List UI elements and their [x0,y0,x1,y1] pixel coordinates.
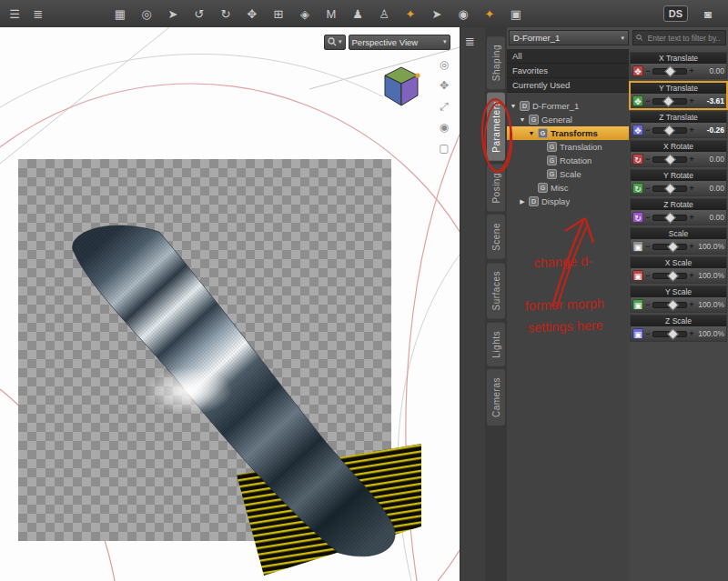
nudge-up-button[interactable]: + [689,66,694,75]
nudge-up-button[interactable]: + [689,271,694,280]
nudge-down-button[interactable]: − [645,96,651,105]
node-pointer-icon[interactable]: ➤ [426,4,448,24]
key-edit-icon[interactable]: ✦ [479,4,500,24]
joint-editor-icon[interactable]: ✦ [399,4,421,24]
tree-item-display[interactable]: ▶DDisplay [507,195,629,208]
figure-pose-icon[interactable]: ♟ [347,4,369,24]
tree-item-rotation[interactable]: GRotation [507,154,629,167]
quick-filter-currently-used[interactable]: Currently Used [507,78,629,93]
nudge-down-button[interactable]: − [645,271,651,280]
filter-input[interactable] [646,33,723,44]
tree-item-scale[interactable]: GScale [507,167,629,181]
slider-handle[interactable] [667,270,679,282]
nudge-down-button[interactable]: − [645,66,651,75]
view-selector-dropdown[interactable]: Perspective View ▾ [349,35,450,50]
nudge-up-button[interactable]: + [689,184,694,193]
tree-item-misc[interactable]: GMisc [507,181,629,195]
slider-track[interactable] [652,185,687,192]
tree-expander-icon[interactable]: ▼ [510,103,517,109]
param-label: Y Scale [631,286,726,297]
target-frame-icon[interactable]: ◉ [452,4,474,24]
slider-track[interactable] [652,68,687,75]
orbit-view-icon[interactable]: ◎ [437,58,451,71]
nudge-up-button[interactable]: + [689,300,694,309]
nudge-down-button[interactable]: − [645,125,651,135]
nudge-up-button[interactable]: + [689,213,694,222]
node-selector-dropdown[interactable]: D-Former_1 ▾ [509,30,629,45]
tab-shaping[interactable]: Shaping [487,36,505,89]
tab-cameras[interactable]: Cameras [487,369,505,426]
tree-item-transforms[interactable]: ▼GTransforms [507,126,629,140]
slider-handle[interactable] [664,154,676,165]
nudge-up-button[interactable]: + [689,242,694,251]
slider-handle[interactable] [664,65,676,77]
cube-corner-handle[interactable] [415,73,420,77]
scene-grid-icon[interactable]: ▦ [109,4,131,24]
tree-expander-icon[interactable]: ▼ [519,116,526,123]
nudge-down-button[interactable]: − [645,213,651,222]
rotate-cw-tool-icon[interactable]: ↻ [215,4,237,24]
option-list-icon[interactable]: ≣ [27,4,49,24]
dformer-mesh-render[interactable] [0,27,460,581]
render-camera-icon[interactable]: ◙ [697,4,719,24]
slider-track[interactable] [652,215,687,221]
tab-surfaces[interactable]: Surfaces [487,263,505,318]
slider-track[interactable] [652,273,687,279]
quick-filter-all[interactable]: All [507,49,629,64]
universal-manipulator-icon[interactable]: ✥ [241,4,263,24]
daz-studio-logo[interactable]: DS [663,5,688,22]
nudge-up-button[interactable]: + [689,329,694,338]
quick-filter-favorites[interactable]: Favorites [507,64,629,78]
viewport-3d[interactable]: ▾ Perspective View ▾ ◎✥⤢◉▢ [0,27,460,581]
tree-expander-icon[interactable]: ▶ [519,198,526,205]
pointer-tool-icon[interactable]: ➤ [162,4,184,24]
main-menu-icon[interactable]: ☰ [4,4,25,24]
translate-tool-icon[interactable]: ⊞ [268,4,289,24]
slider-track[interactable] [652,331,687,337]
slider-handle[interactable] [667,241,679,253]
slider-track[interactable] [652,244,687,250]
slider-handle[interactable] [664,212,676,224]
slider-track[interactable] [652,98,687,105]
nudge-down-button[interactable]: − [645,242,651,251]
slider-handle[interactable] [667,328,679,340]
tree-expander-icon[interactable]: ▼ [528,130,535,136]
view-cube[interactable] [380,62,422,107]
slider-track[interactable] [652,302,687,308]
nudge-down-button[interactable]: − [645,155,651,164]
param-value: 100.0% [696,271,724,280]
node-select-icon[interactable]: ◎ [136,4,157,24]
tree-item-translation[interactable]: GTranslation [507,140,629,154]
frame-view-icon[interactable]: ◉ [437,121,451,134]
reset-view-icon[interactable]: ▢ [437,142,451,155]
slider-handle[interactable] [663,125,675,136]
nudge-down-button[interactable]: − [645,300,651,309]
dolly-view-icon[interactable]: ⤢ [437,100,451,113]
figure-tool-icon[interactable]: ♙ [373,4,395,24]
render-settings-icon[interactable]: ▣ [505,4,527,24]
morph-tool-icon[interactable]: M [320,4,342,24]
tab-lights[interactable]: Lights [487,323,505,366]
slider-track[interactable] [652,156,687,163]
nudge-up-button[interactable]: + [689,155,694,164]
tab-parameters[interactable]: Parameters [487,93,505,161]
pan-view-icon[interactable]: ✥ [437,79,451,92]
tab-scene[interactable]: Scene [487,215,505,259]
tree-item-label: Scale [560,169,581,179]
nudge-up-button[interactable]: + [689,125,694,135]
nudge-down-button[interactable]: − [645,329,651,338]
slider-handle[interactable] [662,95,674,107]
nudge-up-button[interactable]: + [689,96,694,105]
rotate-ccw-tool-icon[interactable]: ↺ [188,4,210,24]
nudge-down-button[interactable]: − [645,184,651,193]
scale-tool-icon[interactable]: ◈ [294,4,316,24]
slider-handle[interactable] [667,299,679,311]
slider-track[interactable] [652,127,687,134]
view-options-button[interactable]: ▾ [324,35,346,50]
slider-handle[interactable] [664,183,676,195]
tree-item-general[interactable]: ▼GGeneral [507,113,629,126]
param-label: Scale [631,228,726,239]
tree-item-d-former-1[interactable]: ▼DD-Former_1 [507,99,629,113]
tab-posing[interactable]: Posing [487,165,505,212]
pane-options-icon[interactable]: ≣ [465,35,475,48]
